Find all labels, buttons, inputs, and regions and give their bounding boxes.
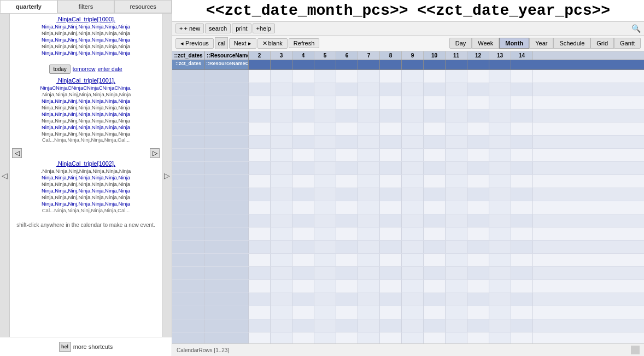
row-cell[interactable] — [314, 83, 336, 96]
row-cell[interactable] — [314, 214, 336, 227]
row-cell[interactable] — [446, 109, 467, 122]
row-cell[interactable] — [467, 227, 489, 240]
row-cell[interactable] — [467, 149, 489, 161]
row-cell[interactable] — [446, 96, 467, 109]
row-cell[interactable] — [358, 306, 380, 319]
enter-date-button[interactable]: enter date — [98, 66, 122, 72]
row-cell[interactable] — [271, 149, 292, 161]
row-cell[interactable] — [292, 319, 314, 332]
row-cell[interactable] — [467, 214, 489, 227]
row-cell[interactable] — [271, 332, 292, 343]
row-cell[interactable] — [271, 188, 292, 201]
row-cell[interactable] — [511, 214, 533, 227]
row-cell[interactable] — [446, 293, 467, 306]
row-cell[interactable] — [489, 109, 511, 122]
row-cell[interactable] — [446, 254, 467, 266]
row-cell[interactable] — [358, 319, 380, 332]
row-cell[interactable] — [249, 96, 271, 109]
prev-button[interactable]: ◂ Previous — [175, 38, 214, 49]
row-cell[interactable] — [336, 306, 358, 319]
row-cell[interactable] — [446, 332, 467, 343]
row-cell[interactable] — [424, 122, 446, 135]
row-cell[interactable] — [292, 175, 314, 188]
row-cell[interactable] — [380, 293, 402, 306]
row-cell[interactable] — [271, 175, 292, 188]
row-cell[interactable] — [402, 293, 424, 306]
row-cell[interactable] — [380, 319, 402, 332]
row-cell[interactable] — [511, 96, 533, 109]
row-cell[interactable] — [336, 227, 358, 240]
row-cell[interactable] — [489, 254, 511, 266]
row-cell[interactable] — [271, 109, 292, 122]
row-cell[interactable] — [271, 280, 292, 293]
row-cell[interactable] — [292, 306, 314, 319]
row-cell[interactable] — [402, 188, 424, 201]
row-cell[interactable] — [380, 227, 402, 240]
row-cell[interactable] — [314, 149, 336, 161]
row-cell[interactable] — [380, 109, 402, 122]
row-cell[interactable] — [511, 70, 533, 83]
row-cell[interactable] — [511, 162, 533, 174]
row-cell[interactable] — [358, 293, 380, 306]
row-cell[interactable] — [511, 83, 533, 96]
row-cell[interactable] — [489, 149, 511, 161]
row-cell[interactable] — [314, 293, 336, 306]
row-cell[interactable] — [292, 241, 314, 253]
row-cell[interactable] — [380, 162, 402, 174]
row-cell[interactable] — [249, 293, 271, 306]
row-cell[interactable] — [314, 109, 336, 122]
next-button[interactable]: Next ▸ — [229, 38, 256, 49]
print-button[interactable]: print — [232, 24, 251, 33]
row-cell[interactable] — [358, 96, 380, 109]
row-cell[interactable] — [424, 162, 446, 174]
row-cell[interactable] — [249, 70, 271, 83]
table-row[interactable] — [172, 83, 644, 96]
row-cell[interactable] — [424, 241, 446, 253]
row-cell[interactable] — [271, 241, 292, 253]
row-cell[interactable] — [249, 214, 271, 227]
table-row[interactable] — [172, 136, 644, 149]
row-cell[interactable] — [358, 280, 380, 293]
row-cell[interactable] — [446, 70, 467, 83]
row-cell[interactable] — [467, 96, 489, 109]
row-cell[interactable] — [336, 136, 358, 148]
tomorrow-button[interactable]: tomorrow — [73, 66, 96, 72]
row-cell[interactable] — [249, 136, 271, 148]
row-cell[interactable] — [467, 319, 489, 332]
row-cell[interactable] — [446, 188, 467, 201]
row-cell[interactable] — [358, 162, 380, 174]
row-cell[interactable] — [424, 293, 446, 306]
row-cell[interactable] — [314, 201, 336, 214]
search-button[interactable]: search — [205, 24, 231, 33]
row-cell[interactable] — [249, 162, 271, 174]
row-cell[interactable] — [292, 254, 314, 266]
table-row[interactable] — [172, 214, 644, 227]
row-cell[interactable] — [336, 162, 358, 174]
row-cell[interactable] — [424, 188, 446, 201]
row-cell[interactable] — [511, 201, 533, 214]
row-cell[interactable] — [336, 319, 358, 332]
row-cell[interactable] — [489, 162, 511, 174]
row-cell[interactable] — [511, 280, 533, 293]
row-cell[interactable] — [336, 188, 358, 201]
row-cell[interactable] — [249, 267, 271, 279]
row-cell[interactable] — [467, 241, 489, 253]
collapse-left-icon[interactable]: ◁ — [0, 14, 10, 337]
row-cell[interactable] — [446, 227, 467, 240]
row-cell[interactable] — [402, 214, 424, 227]
row-cell[interactable] — [511, 175, 533, 188]
row-cell[interactable] — [511, 241, 533, 253]
row-cell[interactable] — [314, 136, 336, 148]
shortcuts-button[interactable]: hel more shortcuts — [4, 342, 167, 352]
help-button[interactable]: +help — [253, 24, 275, 33]
row-cell[interactable] — [358, 201, 380, 214]
row-cell[interactable] — [271, 70, 292, 83]
row-cell[interactable] — [489, 70, 511, 83]
table-row[interactable] — [172, 175, 644, 188]
mid-collapse-right[interactable]: ▷ — [150, 148, 160, 158]
row-cell[interactable] — [271, 162, 292, 174]
row-cell[interactable] — [380, 214, 402, 227]
row-cell[interactable] — [249, 227, 271, 240]
cal-group-title-1000[interactable]: .NinjaCal_triple[1000]. — [12, 16, 160, 22]
row-cell[interactable] — [489, 319, 511, 332]
